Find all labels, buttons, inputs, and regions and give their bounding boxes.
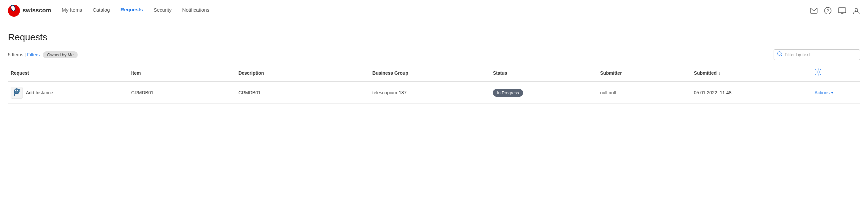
items-count: 5 Items | Filters bbox=[8, 52, 39, 57]
filters-link[interactable]: Filters bbox=[27, 52, 39, 57]
cell-business-group: telescopium-187 bbox=[370, 82, 491, 104]
col-header-item: Item bbox=[129, 64, 236, 82]
request-name: Add Instance bbox=[26, 90, 53, 95]
user-icon[interactable] bbox=[853, 7, 860, 14]
svg-point-19 bbox=[15, 90, 16, 91]
col-header-submitted[interactable]: Submitted ↓ bbox=[691, 64, 812, 82]
col-header-description: Description bbox=[236, 64, 370, 82]
svg-point-12 bbox=[817, 71, 819, 73]
display-icon[interactable] bbox=[838, 7, 846, 14]
cell-item: CRMDB01 bbox=[129, 82, 236, 104]
cell-description: CRMDB01 bbox=[236, 82, 370, 104]
col-header-business-group: Business Group bbox=[370, 64, 491, 82]
cell-submitted: 05.01.2022, 11:48 bbox=[691, 82, 812, 104]
actions-label: Actions bbox=[814, 90, 830, 95]
cell-submitter: null null bbox=[597, 82, 691, 104]
table-header: Request Item Description Business Group … bbox=[8, 64, 860, 82]
svg-point-20 bbox=[17, 90, 18, 91]
db-icon bbox=[11, 87, 23, 99]
svg-line-11 bbox=[781, 55, 783, 57]
table-body: Add Instance CRMDB01 CRMDB01 telescopium… bbox=[8, 82, 860, 104]
header: swisscom My Items Catalog Requests Secur… bbox=[0, 0, 868, 21]
request-cell: Add Instance bbox=[11, 87, 126, 99]
nav-item-requests[interactable]: Requests bbox=[121, 7, 143, 14]
col-header-request: Request bbox=[8, 64, 129, 82]
toolbar: 5 Items | Filters Owned by Me bbox=[8, 49, 860, 60]
filter-search-box bbox=[774, 49, 860, 60]
svg-point-10 bbox=[778, 52, 781, 55]
logo-area: swisscom bbox=[8, 5, 51, 17]
col-header-submitter: Submitter bbox=[597, 64, 691, 82]
svg-text:?: ? bbox=[827, 8, 829, 13]
filter-text-input[interactable] bbox=[784, 52, 856, 57]
header-icons: ? bbox=[810, 7, 860, 14]
sort-arrow-submitted: ↓ bbox=[718, 71, 720, 76]
cell-request: Add Instance bbox=[8, 82, 129, 104]
page-title: Requests bbox=[8, 32, 860, 43]
nav-item-notifications[interactable]: Notifications bbox=[182, 7, 209, 14]
main-content: Requests 5 Items | Filters Owned by Me R… bbox=[0, 21, 868, 104]
requests-table: Request Item Description Business Group … bbox=[8, 64, 860, 104]
help-icon[interactable]: ? bbox=[824, 7, 832, 14]
cell-status: In Progress bbox=[490, 82, 597, 104]
nav-item-catalog[interactable]: Catalog bbox=[93, 7, 110, 14]
svg-rect-16 bbox=[14, 93, 15, 96]
nav-item-my-items[interactable]: My Items bbox=[62, 7, 82, 14]
svg-point-18 bbox=[19, 90, 20, 92]
svg-rect-6 bbox=[838, 8, 846, 12]
svg-point-9 bbox=[855, 8, 858, 11]
brand-name: swisscom bbox=[23, 7, 51, 14]
search-icon bbox=[777, 51, 783, 58]
col-header-gear bbox=[812, 64, 860, 82]
table-gear-icon[interactable] bbox=[814, 70, 822, 77]
mail-icon[interactable] bbox=[810, 8, 817, 14]
svg-point-15 bbox=[14, 89, 19, 93]
filter-badge-owned-by-me[interactable]: Owned by Me bbox=[43, 51, 78, 58]
main-nav: My Items Catalog Requests Security Notif… bbox=[62, 7, 810, 14]
col-header-status: Status bbox=[490, 64, 597, 82]
swisscom-logo-icon bbox=[8, 5, 20, 17]
nav-item-security[interactable]: Security bbox=[154, 7, 172, 14]
chevron-down-icon: ▾ bbox=[831, 90, 833, 95]
table-row: Add Instance CRMDB01 CRMDB01 telescopium… bbox=[8, 82, 860, 104]
status-badge: In Progress bbox=[493, 89, 523, 97]
actions-button[interactable]: Actions ▾ bbox=[814, 90, 857, 95]
cell-actions: Actions ▾ bbox=[812, 82, 860, 104]
